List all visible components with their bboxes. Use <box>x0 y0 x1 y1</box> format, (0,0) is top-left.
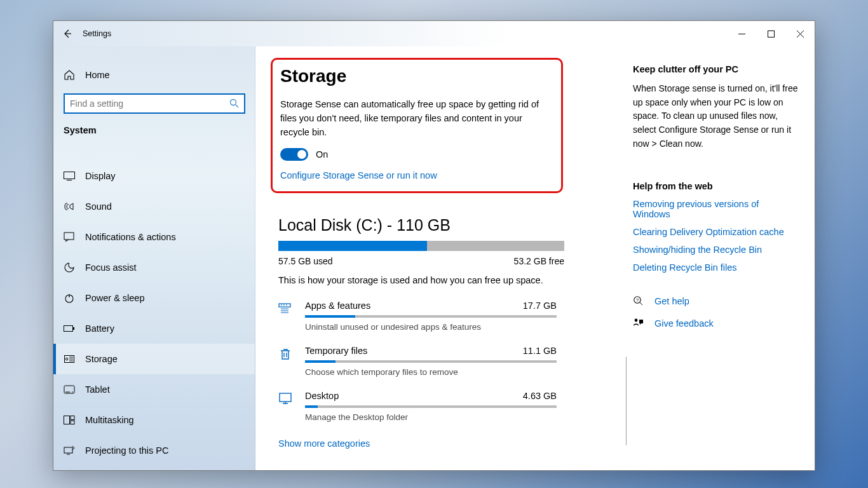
disk-usage-bar <box>278 241 564 251</box>
disk-used-text: 57.5 GB used <box>278 256 333 266</box>
sidebar-item-tablet[interactable]: Tablet <box>53 374 255 405</box>
disk-free-text: 53.2 GB free <box>514 256 564 266</box>
feedback-icon <box>633 318 644 329</box>
configure-storage-sense-link[interactable]: Configure Storage Sense or run it now <box>280 170 437 180</box>
category-size: 11.1 GB <box>523 346 557 356</box>
help-link[interactable]: Deleting Recycle Bin files <box>633 262 798 273</box>
page-title: Storage <box>280 66 555 86</box>
category-name: Desktop <box>305 391 339 401</box>
sidebar-item-shared-experiences[interactable]: Shared experiences <box>53 466 255 470</box>
nav-icon <box>64 325 75 332</box>
svg-rect-5 <box>64 325 73 331</box>
sidebar-item-multitasking[interactable]: Multitasking <box>53 405 255 435</box>
svg-point-1 <box>231 100 236 105</box>
svg-rect-13 <box>71 421 74 424</box>
search-input[interactable] <box>70 98 229 109</box>
nav-label: Notifications & actions <box>85 232 176 242</box>
nav-label: Power & sleep <box>85 293 145 303</box>
settings-window: Settings Home Sys <box>53 20 815 471</box>
maximize-icon <box>768 30 775 37</box>
search-input-wrap[interactable] <box>64 93 245 114</box>
highlighted-region: Storage Storage Sense can automatically … <box>271 58 563 193</box>
category-size: 4.63 GB <box>523 391 557 401</box>
minimize-button[interactable] <box>727 21 756 46</box>
category-bar <box>305 360 557 363</box>
svg-text:?: ? <box>636 297 639 303</box>
nav-icon <box>64 385 75 394</box>
give-feedback-row[interactable]: Give feedback <box>633 318 798 329</box>
svg-rect-14 <box>64 447 72 453</box>
category-name: Apps & features <box>305 301 370 311</box>
nav-icon <box>64 416 75 424</box>
titlebar: Settings <box>53 21 815 46</box>
tip-body: When Storage sense is turned on, it'll f… <box>633 82 798 151</box>
svg-rect-12 <box>71 416 74 419</box>
nav-icon <box>64 445 75 455</box>
sidebar-item-battery[interactable]: Battery <box>53 313 255 344</box>
nav-icon <box>64 232 75 242</box>
nav-label: Multitasking <box>85 415 134 425</box>
category-icon <box>278 301 292 315</box>
arrow-left-icon <box>62 29 72 39</box>
sidebar-item-notifications-actions[interactable]: Notifications & actions <box>53 222 255 252</box>
sidebar-item-projecting-to-this-pc[interactable]: Projecting to this PC <box>53 435 255 466</box>
category-icon <box>278 391 292 405</box>
storage-sense-toggle[interactable] <box>280 148 308 161</box>
maximize-button[interactable] <box>756 21 785 46</box>
give-feedback-link[interactable]: Give feedback <box>654 318 714 329</box>
home-icon <box>64 69 75 81</box>
help-from-web-title: Help from the web <box>633 181 798 191</box>
right-pane: Keep clutter off your PC When Storage se… <box>627 46 815 470</box>
svg-point-10 <box>72 391 73 393</box>
get-help-link[interactable]: Get help <box>654 296 689 306</box>
get-help-icon: ? <box>633 295 644 306</box>
tip-title: Keep clutter off your PC <box>633 64 798 74</box>
storage-sense-description: Storage Sense can automatically free up … <box>280 98 553 139</box>
storage-category-desktop[interactable]: Desktop4.63 GBManage the Desktop folder <box>278 387 614 432</box>
usage-hint: This is how your storage is used and how… <box>278 275 614 285</box>
sidebar-item-sound[interactable]: Sound <box>53 191 255 222</box>
sidebar-home-label: Home <box>85 70 110 80</box>
show-more-categories-link[interactable]: Show more categories <box>278 438 370 449</box>
nav-label: Battery <box>85 323 114 334</box>
toggle-state-label: On <box>316 149 328 159</box>
sidebar-home[interactable]: Home <box>53 63 255 88</box>
close-icon <box>797 30 804 37</box>
nav-label: Storage <box>85 354 118 364</box>
content-area: Storage Storage Sense can automatically … <box>255 46 815 470</box>
more-storage-settings-heading: More storage settings <box>278 470 614 470</box>
svg-rect-11 <box>64 416 70 424</box>
help-link[interactable]: Showing/hiding the Recycle Bin <box>633 245 798 255</box>
nav-label: Sound <box>85 201 112 212</box>
minimize-icon <box>738 30 745 37</box>
nav-label: Projecting to this PC <box>85 445 168 456</box>
category-bar <box>305 405 557 408</box>
category-name: Temporary files <box>305 346 367 356</box>
svg-point-19 <box>635 319 638 322</box>
svg-rect-3 <box>64 233 74 240</box>
svg-rect-16 <box>280 393 291 402</box>
nav-icon <box>64 172 75 180</box>
sidebar-section-label: System <box>53 118 255 140</box>
scrollbar-thumb[interactable] <box>626 356 627 445</box>
storage-category-apps-features[interactable]: Apps & features17.7 GBUninstall unused o… <box>278 297 614 342</box>
get-help-row[interactable]: ? Get help <box>633 295 798 306</box>
sidebar-item-display[interactable]: Display <box>53 161 255 191</box>
sidebar-item-storage[interactable]: Storage <box>53 344 255 374</box>
sidebar-nav: DisplaySoundNotifications & actionsFocus… <box>53 161 255 470</box>
sidebar-item-power-sleep[interactable]: Power & sleep <box>53 283 255 313</box>
disk-usage-fill <box>278 241 427 251</box>
help-links-list: Removing previous versions of WindowsCle… <box>633 199 798 273</box>
disk-title: Local Disk (C:) - 110 GB <box>278 216 614 234</box>
main-pane: Storage Storage Sense can automatically … <box>255 46 627 470</box>
svg-rect-0 <box>768 30 774 37</box>
help-link[interactable]: Clearing Delivery Optimization cache <box>633 227 798 237</box>
sidebar-item-focus-assist[interactable]: Focus assist <box>53 252 255 283</box>
back-button[interactable] <box>53 21 81 46</box>
nav-label: Display <box>85 171 116 181</box>
category-icon <box>278 346 292 361</box>
help-link[interactable]: Removing previous versions of Windows <box>633 199 798 219</box>
close-button[interactable] <box>785 21 815 46</box>
storage-category-temporary-files[interactable]: Temporary files11.1 GBChoose which tempo… <box>278 342 614 387</box>
sidebar: Home System DisplaySoundNotifications & … <box>53 46 255 470</box>
